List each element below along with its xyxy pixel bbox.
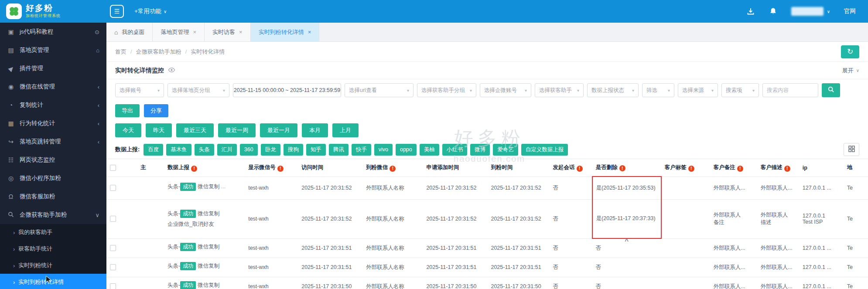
report-tag[interactable]: vivo [374,144,393,156]
column-settings-button[interactable] [844,143,859,156]
close-icon[interactable]: × [308,29,311,35]
row-checkbox[interactable] [110,185,116,191]
table-row[interactable]: 头条-成功微信复制 test-wxh 2025-11-17 20:31:50 外… [106,277,868,289]
report-tag[interactable]: 微博 [470,144,490,156]
breadcrumb-home[interactable]: 首页 [115,48,126,56]
sidebar-item-landing-jump[interactable]: ↪ 落地页跳转管理 ‹ [0,133,106,151]
sidebar-item-js-code[interactable]: ▣ js代码和教程 ⊙ [0,23,106,41]
sidebar-item-plugins[interactable]: ▶ 插件管理 [0,59,106,78]
row-checkbox[interactable] [110,283,116,289]
report-tag[interactable]: 百度 [144,144,163,156]
report-tag[interactable]: 自定义数据上报 [521,144,568,156]
quick-date-button[interactable]: 今天 [115,123,141,137]
filter-assistant-group-select[interactable]: 选择获客助手分组▾ [417,83,476,97]
quick-date-button[interactable]: 上月 [332,123,359,137]
account-menu[interactable]: ∨ [791,7,830,16]
official-site-link[interactable]: 官网 [844,7,856,15]
report-tag[interactable]: 卧龙 [261,144,280,156]
select-all-checkbox[interactable] [110,165,116,171]
sidebar-item-web-monitor[interactable]: ☷ 网页状态监控 [0,151,106,169]
bell-icon[interactable] [769,7,777,16]
search-content-input[interactable] [762,83,818,97]
table-row[interactable]: 头条-成功微信复制 企业微信_取消好友 test-wxh 2025-11-17 … [106,199,868,238]
report-tag[interactable]: 美柚 [420,144,439,156]
close-icon[interactable]: × [239,29,243,35]
filter-date-range[interactable]: 2025-11-15 00:00:00 ~ 2025-11-17 23:59:5… [233,83,341,97]
sidebar-subitem-assistant-stats[interactable]: › 获客助手统计 [0,241,106,257]
sidebar-subitem-my-assistant[interactable]: › 我的获客助手 [0,224,106,241]
search-button[interactable] [822,83,840,97]
cell-ip: 127.0.0.1 ... [799,258,844,277]
tab-my-desktop[interactable]: ⌂ 我的桌面 [106,23,153,41]
quick-date-button[interactable]: 最近一月 [260,123,297,137]
report-tag[interactable]: oppo [396,144,417,156]
breadcrumb-qiwei[interactable]: 企微获客助手加粉 [136,48,181,56]
filter-filter-select[interactable]: 筛选▾ [642,83,674,97]
chevron-right-icon: › [13,229,15,236]
filter-account-select[interactable]: 选择账号▾ [115,83,164,97]
filter-source-select[interactable]: 选择来源▾ [678,83,718,97]
sidebar-item-wechat-kefu-fan[interactable]: Ω 微信客服加粉 [0,187,106,206]
export-button[interactable]: 导出 [115,104,140,117]
report-tag[interactable]: 快手 [352,144,371,156]
report-tag[interactable]: 360 [240,144,258,156]
chevron-down-icon: ▾ [157,88,160,93]
report-tag[interactable]: 腾讯 [329,144,349,156]
sidebar-item-behavior-stats[interactable]: ▦ 行为转化统计 ‹ [0,114,106,133]
action-buttons: 导出 分享 [106,101,868,120]
breadcrumb-current: 实时转化详情 [191,48,225,56]
tab-realtime-fan-detail[interactable]: 实时到粉转化详情 × [251,23,320,41]
common-functions-menu[interactable]: +常用功能 ∨ [134,7,167,15]
filter-assistant-select[interactable]: 选择获客助手▾ [535,83,584,97]
report-tag[interactable]: 汇川 [217,144,237,156]
table-body: 头条-成功微信复制 ... test-wxh 2025-11-17 20:31:… [106,177,868,289]
sidebar-subitem-label: 获客助手统计 [18,245,52,253]
close-icon[interactable]: × [193,29,196,35]
quick-date-button[interactable]: 最近一周 [218,123,256,137]
chevron-down-icon: ▾ [711,88,714,93]
home-icon[interactable]: ⌂ [96,47,99,54]
report-tag[interactable]: 知乎 [306,144,326,156]
eye-icon[interactable]: ⊙ [95,29,99,35]
report-tag[interactable]: 爱奇艺 [493,144,518,156]
table-row[interactable]: 头条-成功微信复制 ... test-wxh 2025-11-17 20:31:… [106,177,868,199]
col-visit-time: 访问时间 [298,159,362,177]
sidebar-subitem-realtime-fan-detail[interactable]: › 实时到粉转化详情 [0,274,106,289]
eye-icon[interactable] [168,67,175,74]
row-checkbox[interactable] [110,264,116,270]
sidebar-item-qiwei-assistant-fan[interactable]: 企微获客助手加粉 ∨ [0,206,106,224]
chevron-left-icon: ‹ [98,102,99,109]
sidebar-item-wechat-online[interactable]: ◉ 微信在线管理 ‹ [0,78,106,96]
cell-visit-time: 2025-11-17 20:31:50 [298,277,362,289]
quick-date-button[interactable]: 本月 [302,123,328,137]
filter-url-select[interactable]: 选择url查看▾ [345,83,413,97]
sidebar-item-miniapp-fan[interactable]: ◎ 微信小程序加粉 [0,169,106,187]
sidebar-item-landing-pages[interactable]: ▤ 落地页管理 ⌂ [0,41,106,59]
row-checkbox[interactable] [110,216,116,222]
refresh-button[interactable]: ↻ [841,45,859,58]
chevron-down-icon: ▾ [632,88,634,93]
share-button[interactable]: 分享 [144,104,168,117]
report-tag[interactable]: 搜狗 [284,144,303,156]
report-tag[interactable]: 头条 [195,144,214,156]
magnifier-icon [7,211,15,219]
filter-search-field-select[interactable]: 搜索项▾ [721,83,759,97]
table-row[interactable]: 头条-成功微信复制 test-wxh 2025-11-17 20:31:51 外… [106,258,868,277]
tab-landing-pages[interactable]: 落地页管理 × [153,23,205,41]
sidebar-item-copy-stats[interactable]: ◔ 复制统计 ‹ [0,96,106,114]
sidebar-subitem-realtime-fan-stats[interactable]: › 实时到粉统计 [0,257,106,274]
report-tag[interactable]: 小红书 [442,144,468,156]
quick-date-button[interactable]: 昨天 [146,123,172,137]
expand-toggle[interactable]: 展开 ∨ [842,67,859,75]
row-checkbox[interactable] [110,245,116,251]
collapse-sidebar-button[interactable]: ☰ [110,5,124,18]
cell-wxid: test-wxh [245,258,298,277]
table-row[interactable]: 头条-成功微信复制 test-wxh 2025-11-17 20:31:51 外… [106,238,868,258]
tab-realtime-visitors[interactable]: 实时访客 × [205,23,251,41]
filter-qiwei-account-select[interactable]: 选择企微账号▾ [480,83,531,97]
filter-report-status-select[interactable]: 数据上报状态▾ [587,83,639,97]
report-tag[interactable]: 基木鱼 [166,144,191,156]
download-icon[interactable] [746,7,755,16]
filter-landing-group-select[interactable]: 选择落地页分组▾ [167,83,229,97]
quick-date-button[interactable]: 最近三天 [176,123,214,137]
